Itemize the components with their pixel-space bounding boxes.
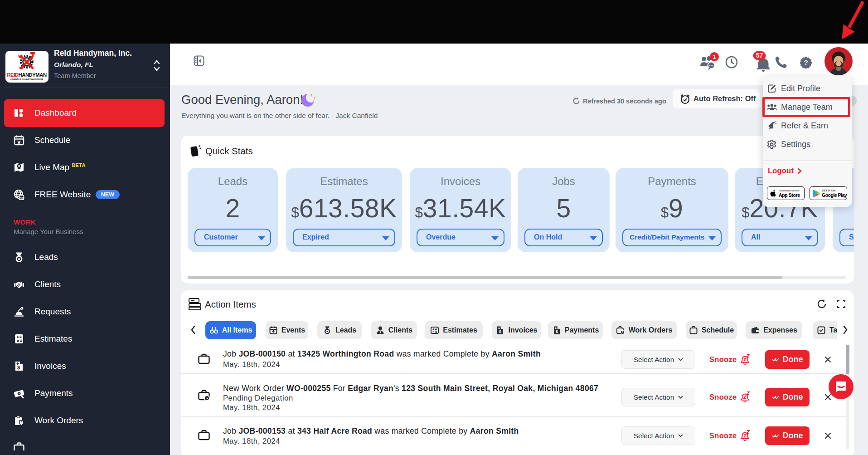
svg-text:1: 1 (713, 54, 716, 60)
svg-text:$: $ (556, 329, 558, 334)
svg-text:FREE: FREE (19, 197, 24, 199)
svg-text:?: ? (804, 59, 808, 66)
svg-text:ORLANDO'S #1 HANDYMAN SERVICE: ORLANDO'S #1 HANDYMAN SERVICE (10, 78, 44, 80)
svg-text:$: $ (499, 329, 501, 334)
svg-text:57: 57 (756, 52, 763, 59)
svg-text:REIDHANDYMAN: REIDHANDYMAN (7, 72, 47, 78)
svg-text:$: $ (17, 365, 20, 370)
